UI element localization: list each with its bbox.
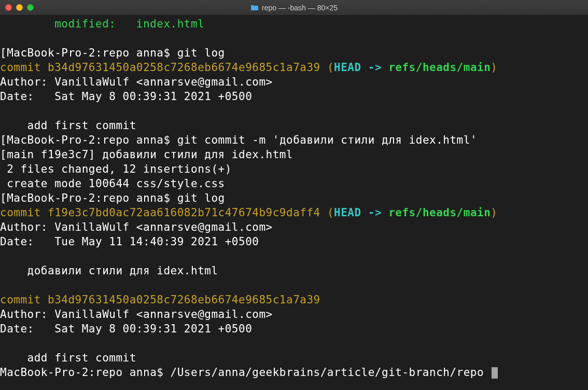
window-title-text: repo — -bash — 80×25 (262, 4, 338, 12)
commit-result: [main f19e3c7] добавили стили для idex.h… (0, 148, 293, 161)
window-title: repo — -bash — 80×25 (250, 4, 338, 12)
date-line: Date: Tue May 11 14:40:39 2021 +0500 (0, 235, 259, 248)
minimize-button[interactable] (16, 4, 23, 11)
maximize-button[interactable] (27, 4, 34, 11)
command-text: git commit -m 'добавили стили для idex.h… (177, 134, 477, 146)
paren-open: ( (320, 206, 334, 219)
prompt-bracket: [ (0, 47, 7, 59)
terminal-window: repo — -bash — 80×25 modified: index.htm… (0, 0, 588, 390)
commit-hash: commit b34d97631450a0258c7268eb6674e9685… (0, 294, 320, 306)
paren-close: ) (491, 61, 497, 74)
paren-close: ) (491, 206, 497, 219)
titlebar[interactable]: repo — -bash — 80×25 (0, 0, 588, 16)
command-text: git log (177, 47, 225, 59)
modified-line: modified: index.html (0, 18, 204, 30)
head-ref: HEAD -> (334, 206, 388, 219)
command-text: git log (177, 192, 225, 204)
command-text: /Users/anna/geekbrains/article/git-branc… (171, 366, 491, 379)
commit-hash: commit b34d97631450a0258c7268eb6674e9685… (0, 61, 320, 74)
commit-message: add first commit (0, 119, 136, 132)
traffic-lights (5, 4, 34, 11)
author-line: Author: VanillaWulf <annarsve@gmail.com> (0, 221, 273, 233)
head-ref: HEAD -> (334, 61, 388, 74)
branch-ref: refs/heads/main (388, 206, 491, 219)
commit-message: добавили стили для idex.html (0, 264, 218, 277)
author-line: Author: VanillaWulf <annarsve@gmail.com> (0, 308, 273, 321)
commit-result: 2 files changed, 12 insertions(+) (0, 163, 232, 175)
date-line: Date: Sat May 8 00:39:31 2021 +0500 (0, 90, 252, 103)
prompt-host: MacBook-Pro-2:repo anna$ (7, 134, 177, 146)
prompt-host: MacBook-Pro-2:repo anna$ (7, 192, 177, 204)
close-button[interactable] (5, 4, 12, 11)
prompt-host: MacBook-Pro-2:repo anna$ (0, 366, 171, 379)
commit-result: create mode 100644 css/style.css (0, 177, 225, 190)
folder-icon (250, 5, 259, 11)
author-line: Author: VanillaWulf <annarsve@gmail.com> (0, 76, 273, 88)
prompt-bracket: [ (0, 134, 7, 146)
commit-message: add first commit (0, 352, 136, 364)
commit-hash: commit f19e3c7bd0ac72aa616082b71c47674b9… (0, 206, 320, 219)
date-line: Date: Sat May 8 00:39:31 2021 +0500 (0, 323, 252, 335)
terminal-content[interactable]: modified: index.html [MacBook-Pro-2:repo… (0, 16, 588, 390)
cursor (492, 367, 498, 379)
prompt-bracket: [ (0, 192, 7, 204)
prompt-host: MacBook-Pro-2:repo anna$ (7, 47, 177, 59)
branch-ref: refs/heads/main (388, 61, 491, 74)
paren-open: ( (320, 61, 334, 74)
